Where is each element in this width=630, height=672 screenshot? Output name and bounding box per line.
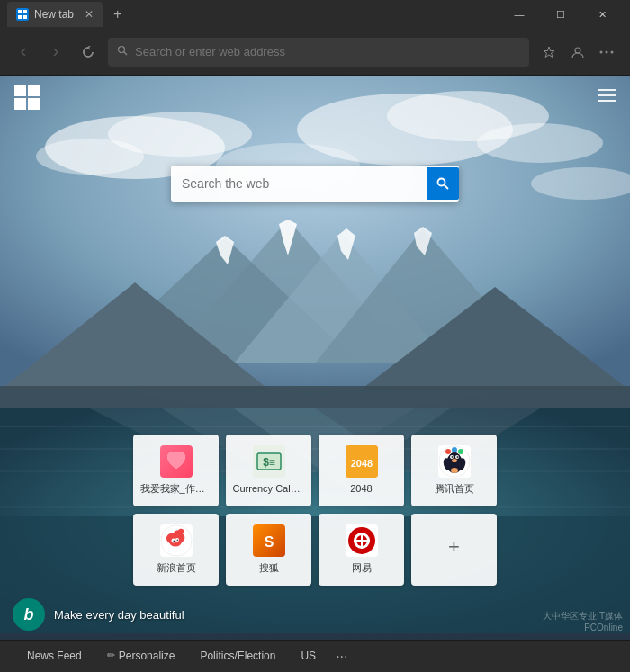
svg-point-7 xyxy=(600,50,603,53)
woaiwojia-label: 我爱我家_作者... xyxy=(140,483,212,495)
svg-point-69 xyxy=(176,540,178,542)
page-search-wrap xyxy=(171,166,459,202)
svg-text:S: S xyxy=(264,534,274,550)
dial-tile-tencent[interactable]: 腾讯首页 xyxy=(411,435,497,506)
watermark-line2: PCOnline xyxy=(543,623,623,632)
page-search-box xyxy=(171,166,459,202)
dial-tile-weibo[interactable]: 新浪首页 xyxy=(133,514,219,586)
watermark-line1: 大中华区专业IT媒体 xyxy=(543,610,623,623)
svg-point-68 xyxy=(173,541,175,542)
win-square-tr xyxy=(28,85,40,96)
minimize-button[interactable]: — xyxy=(499,0,540,29)
page-search-input[interactable] xyxy=(182,176,419,191)
pencil-icon: ✏ xyxy=(107,650,115,661)
svg-point-16 xyxy=(477,123,603,163)
speed-dial-grid: 我爱我家_作者... $≡ Currency Calcu... 2048 xyxy=(133,435,497,586)
dial-tile-add[interactable]: + xyxy=(411,514,497,586)
svg-point-60 xyxy=(451,468,458,473)
svg-rect-2 xyxy=(18,15,22,19)
sogou-label: 搜狐 xyxy=(259,562,279,574)
watermark: 大中华区专业IT媒体 PCOnline xyxy=(543,610,623,632)
tab-politics[interactable]: Politics/Election xyxy=(187,641,288,673)
weibo-icon xyxy=(160,524,193,557)
svg-line-5 xyxy=(124,52,128,56)
win-square-br xyxy=(28,98,40,110)
bing-tagline: Make every day beautiful xyxy=(54,608,184,622)
tab-newsfeed[interactable]: News Feed xyxy=(14,641,94,673)
163-label: 网易 xyxy=(352,562,372,574)
main-content: 我爱我家_作者... $≡ Currency Calcu... 2048 xyxy=(0,76,630,640)
win-square-bl xyxy=(14,98,26,110)
sogou-icon: S xyxy=(253,524,285,557)
dial-tile-currency[interactable]: $≡ Currency Calcu... xyxy=(226,435,311,506)
svg-point-8 xyxy=(606,50,608,53)
svg-text:$≡: $≡ xyxy=(263,456,275,469)
svg-point-61 xyxy=(446,449,451,454)
refresh-button[interactable] xyxy=(76,40,101,65)
address-search-icon xyxy=(117,45,128,58)
2048-label: 2048 xyxy=(350,483,372,495)
windows-logo[interactable] xyxy=(14,85,40,110)
more-button[interactable] xyxy=(594,40,619,65)
more-tabs-button[interactable]: ··· xyxy=(328,641,355,673)
svg-point-9 xyxy=(611,50,614,53)
address-input[interactable] xyxy=(135,45,520,58)
address-bar xyxy=(0,29,630,76)
new-tab-button[interactable]: + xyxy=(108,6,127,22)
top-overlay-bar xyxy=(0,76,630,119)
tab-favicon xyxy=(16,8,29,21)
dial-tile-woaiwojia[interactable]: 我爱我家_作者... xyxy=(133,435,219,506)
svg-point-55 xyxy=(451,456,453,458)
bottom-tab-bar: News Feed ✏ Personalize Politics/Electio… xyxy=(0,640,630,672)
163-icon xyxy=(346,524,378,557)
dial-tile-163[interactable]: 网易 xyxy=(319,514,404,586)
tencent-icon xyxy=(438,445,471,478)
weibo-label: 新浪首页 xyxy=(157,562,196,574)
dial-tile-2048[interactable]: 2048 2048 xyxy=(319,435,404,506)
active-tab[interactable]: New tab ✕ xyxy=(7,2,103,27)
title-bar: New tab ✕ + — ☐ ✕ xyxy=(0,0,630,29)
favorite-button[interactable] xyxy=(536,40,562,65)
back-button[interactable] xyxy=(11,40,36,65)
svg-rect-0 xyxy=(18,10,22,13)
speed-dial-section: 我爱我家_作者... $≡ Currency Calcu... 2048 xyxy=(133,435,497,586)
tencent-label: 腾讯首页 xyxy=(435,483,474,495)
bing-banner: b Make every day beautiful xyxy=(13,598,184,631)
svg-text:2048: 2048 xyxy=(350,458,372,469)
svg-point-6 xyxy=(575,48,580,53)
page-search-button[interactable] xyxy=(427,167,459,200)
close-button[interactable]: ✕ xyxy=(581,0,623,29)
bing-logo[interactable]: b xyxy=(13,598,45,631)
tab-us[interactable]: US xyxy=(288,641,328,673)
svg-point-43 xyxy=(438,179,446,186)
address-right-icons xyxy=(536,40,619,65)
dial-tile-sogou[interactable]: S 搜狐 xyxy=(226,514,311,586)
svg-point-13 xyxy=(36,139,144,175)
svg-point-63 xyxy=(458,449,464,454)
2048-icon: 2048 xyxy=(346,445,378,478)
woaiwojia-icon xyxy=(160,445,193,478)
svg-point-56 xyxy=(456,456,458,458)
svg-line-44 xyxy=(445,185,449,190)
svg-point-62 xyxy=(452,447,457,452)
svg-rect-1 xyxy=(23,10,27,13)
add-icon: + xyxy=(448,535,460,559)
profile-button[interactable] xyxy=(565,40,590,65)
maximize-button[interactable]: ☐ xyxy=(540,0,581,29)
forward-button[interactable] xyxy=(43,40,68,65)
svg-rect-3 xyxy=(23,15,27,19)
tab-title: New tab xyxy=(34,8,74,21)
currency-label: Currency Calcu... xyxy=(233,483,305,495)
win-square-tl xyxy=(14,85,26,96)
tab-strip: New tab ✕ + xyxy=(7,2,127,27)
currency-icon: $≡ xyxy=(253,445,285,478)
address-input-wrap[interactable] xyxy=(108,38,529,67)
hamburger-menu-button[interactable] xyxy=(598,88,616,106)
svg-point-57 xyxy=(452,459,457,462)
tab-close-button[interactable]: ✕ xyxy=(85,8,94,21)
svg-point-4 xyxy=(119,47,125,53)
tab-personalize[interactable]: ✏ Personalize xyxy=(94,641,188,673)
window-controls: — ☐ ✕ xyxy=(499,0,623,29)
